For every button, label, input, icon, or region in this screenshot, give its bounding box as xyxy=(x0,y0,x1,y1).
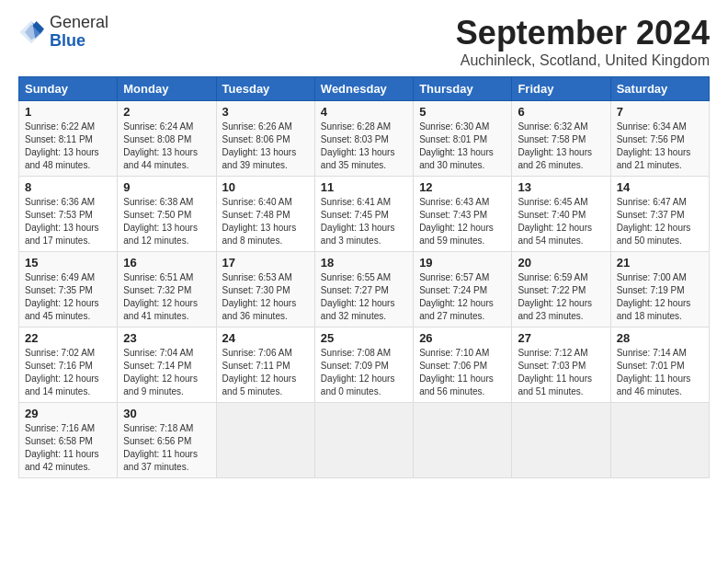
day-number: 10 xyxy=(222,180,309,194)
col-sunday: Sunday xyxy=(19,77,118,101)
cell-info: Sunrise: 6:24 AMSunset: 8:08 PMDaylight:… xyxy=(123,121,210,172)
cell-info: Sunrise: 6:45 AMSunset: 7:40 PMDaylight:… xyxy=(518,196,604,247)
day-number: 5 xyxy=(419,105,506,119)
title-block: September 2024 Auchinleck, Scotland, Uni… xyxy=(456,14,710,69)
calendar-cell: 9Sunrise: 6:38 AMSunset: 7:50 PMDaylight… xyxy=(118,177,216,252)
month-title: September 2024 xyxy=(456,14,710,52)
calendar-cell: 22Sunrise: 7:02 AMSunset: 7:16 PMDayligh… xyxy=(19,327,118,403)
cell-info: Sunrise: 7:12 AMSunset: 7:03 PMDaylight:… xyxy=(518,347,604,398)
day-number: 15 xyxy=(25,256,111,270)
day-number: 23 xyxy=(123,331,210,345)
day-number: 28 xyxy=(617,331,703,345)
cell-info: Sunrise: 7:06 AMSunset: 7:11 PMDaylight:… xyxy=(222,347,309,398)
calendar-cell: 17Sunrise: 6:53 AMSunset: 7:30 PMDayligh… xyxy=(216,252,314,327)
cell-info: Sunrise: 6:51 AMSunset: 7:32 PMDaylight:… xyxy=(123,271,210,323)
calendar-cell: 30Sunrise: 7:18 AMSunset: 6:56 PMDayligh… xyxy=(118,403,216,478)
calendar-cell: 1Sunrise: 6:22 AMSunset: 8:11 PMDaylight… xyxy=(19,101,118,177)
day-number: 16 xyxy=(123,256,210,270)
col-tuesday: Tuesday xyxy=(216,77,314,101)
col-wednesday: Wednesday xyxy=(314,77,413,101)
cell-info: Sunrise: 6:53 AMSunset: 7:30 PMDaylight:… xyxy=(222,271,309,323)
day-number: 30 xyxy=(123,407,210,420)
cell-info: Sunrise: 6:41 AMSunset: 7:45 PMDaylight:… xyxy=(321,196,407,247)
calendar-cell: 2Sunrise: 6:24 AMSunset: 8:08 PMDaylight… xyxy=(118,101,216,177)
day-number: 27 xyxy=(518,331,604,345)
col-monday: Monday xyxy=(118,77,216,101)
calendar-cell: 3Sunrise: 6:26 AMSunset: 8:06 PMDaylight… xyxy=(216,101,314,177)
col-saturday: Saturday xyxy=(610,77,709,101)
day-number: 9 xyxy=(123,180,210,194)
calendar-cell: 11Sunrise: 6:41 AMSunset: 7:45 PMDayligh… xyxy=(314,177,413,252)
calendar-cell: 20Sunrise: 6:59 AMSunset: 7:22 PMDayligh… xyxy=(512,252,610,327)
day-number: 6 xyxy=(518,105,604,119)
cell-info: Sunrise: 6:55 AMSunset: 7:27 PMDaylight:… xyxy=(321,271,407,323)
day-number: 13 xyxy=(518,180,604,194)
day-number: 21 xyxy=(617,256,703,270)
day-number: 26 xyxy=(419,331,506,345)
day-number: 17 xyxy=(222,256,309,270)
cell-info: Sunrise: 6:59 AMSunset: 7:22 PMDaylight:… xyxy=(518,271,604,323)
cell-info: Sunrise: 7:00 AMSunset: 7:19 PMDaylight:… xyxy=(617,271,703,323)
day-number: 8 xyxy=(25,180,111,194)
calendar-cell: 6Sunrise: 6:32 AMSunset: 7:58 PMDaylight… xyxy=(512,101,610,177)
day-number: 12 xyxy=(419,180,506,194)
cell-info: Sunrise: 6:57 AMSunset: 7:24 PMDaylight:… xyxy=(419,271,506,323)
calendar-cell: 25Sunrise: 7:08 AMSunset: 7:09 PMDayligh… xyxy=(314,327,413,403)
logo-icon xyxy=(18,19,44,45)
cell-info: Sunrise: 7:04 AMSunset: 7:14 PMDaylight:… xyxy=(123,347,210,398)
calendar-week-3: 15Sunrise: 6:49 AMSunset: 7:35 PMDayligh… xyxy=(19,252,710,327)
calendar-cell: 12Sunrise: 6:43 AMSunset: 7:43 PMDayligh… xyxy=(414,177,512,252)
cell-info: Sunrise: 6:38 AMSunset: 7:50 PMDaylight:… xyxy=(123,196,210,247)
location: Auchinleck, Scotland, United Kingdom xyxy=(456,52,710,69)
calendar-cell: 19Sunrise: 6:57 AMSunset: 7:24 PMDayligh… xyxy=(414,252,512,327)
day-number: 7 xyxy=(617,105,703,119)
day-number: 22 xyxy=(25,331,111,345)
cell-info: Sunrise: 6:47 AMSunset: 7:37 PMDaylight:… xyxy=(617,196,703,247)
calendar-cell: 28Sunrise: 7:14 AMSunset: 7:01 PMDayligh… xyxy=(610,327,709,403)
header-row: Sunday Monday Tuesday Wednesday Thursday… xyxy=(19,77,710,101)
day-number: 3 xyxy=(222,105,309,119)
calendar-week-5: 29Sunrise: 7:16 AMSunset: 6:58 PMDayligh… xyxy=(19,403,710,478)
cell-info: Sunrise: 6:40 AMSunset: 7:48 PMDaylight:… xyxy=(222,196,309,247)
logo-blue: Blue xyxy=(50,32,108,51)
cell-info: Sunrise: 7:02 AMSunset: 7:16 PMDaylight:… xyxy=(25,347,111,398)
logo-general: General xyxy=(50,14,108,32)
calendar-cell: 13Sunrise: 6:45 AMSunset: 7:40 PMDayligh… xyxy=(512,177,610,252)
calendar-cell: 24Sunrise: 7:06 AMSunset: 7:11 PMDayligh… xyxy=(216,327,314,403)
calendar-week-2: 8Sunrise: 6:36 AMSunset: 7:53 PMDaylight… xyxy=(19,177,710,252)
cell-info: Sunrise: 6:43 AMSunset: 7:43 PMDaylight:… xyxy=(419,196,506,247)
day-number: 25 xyxy=(321,331,407,345)
cell-info: Sunrise: 6:30 AMSunset: 8:01 PMDaylight:… xyxy=(419,121,506,172)
logo: General Blue xyxy=(18,14,108,51)
calendar-cell: 27Sunrise: 7:12 AMSunset: 7:03 PMDayligh… xyxy=(512,327,610,403)
cell-info: Sunrise: 6:28 AMSunset: 8:03 PMDaylight:… xyxy=(321,121,407,172)
calendar-cell xyxy=(414,403,512,478)
day-number: 14 xyxy=(617,180,703,194)
cell-info: Sunrise: 6:49 AMSunset: 7:35 PMDaylight:… xyxy=(25,271,111,323)
calendar-cell: 26Sunrise: 7:10 AMSunset: 7:06 PMDayligh… xyxy=(414,327,512,403)
calendar-cell: 5Sunrise: 6:30 AMSunset: 8:01 PMDaylight… xyxy=(414,101,512,177)
day-number: 18 xyxy=(321,256,407,270)
day-number: 4 xyxy=(321,105,407,119)
calendar-cell: 7Sunrise: 6:34 AMSunset: 7:56 PMDaylight… xyxy=(610,101,709,177)
cell-info: Sunrise: 6:26 AMSunset: 8:06 PMDaylight:… xyxy=(222,121,309,172)
calendar-cell: 21Sunrise: 7:00 AMSunset: 7:19 PMDayligh… xyxy=(610,252,709,327)
cell-info: Sunrise: 7:18 AMSunset: 6:56 PMDaylight:… xyxy=(123,422,210,474)
cell-info: Sunrise: 6:22 AMSunset: 8:11 PMDaylight:… xyxy=(25,121,111,172)
day-number: 29 xyxy=(25,407,111,420)
day-number: 24 xyxy=(222,331,309,345)
calendar-cell: 18Sunrise: 6:55 AMSunset: 7:27 PMDayligh… xyxy=(314,252,413,327)
calendar-week-4: 22Sunrise: 7:02 AMSunset: 7:16 PMDayligh… xyxy=(19,327,710,403)
calendar-cell: 8Sunrise: 6:36 AMSunset: 7:53 PMDaylight… xyxy=(19,177,118,252)
calendar-table: Sunday Monday Tuesday Wednesday Thursday… xyxy=(18,76,710,478)
calendar-cell: 4Sunrise: 6:28 AMSunset: 8:03 PMDaylight… xyxy=(314,101,413,177)
calendar-cell xyxy=(610,403,709,478)
day-number: 11 xyxy=(321,180,407,194)
cell-info: Sunrise: 7:08 AMSunset: 7:09 PMDaylight:… xyxy=(321,347,407,398)
calendar-cell: 14Sunrise: 6:47 AMSunset: 7:37 PMDayligh… xyxy=(610,177,709,252)
col-friday: Friday xyxy=(512,77,610,101)
day-number: 20 xyxy=(518,256,604,270)
calendar-cell xyxy=(216,403,314,478)
cell-info: Sunrise: 6:34 AMSunset: 7:56 PMDaylight:… xyxy=(617,121,703,172)
calendar-cell: 10Sunrise: 6:40 AMSunset: 7:48 PMDayligh… xyxy=(216,177,314,252)
